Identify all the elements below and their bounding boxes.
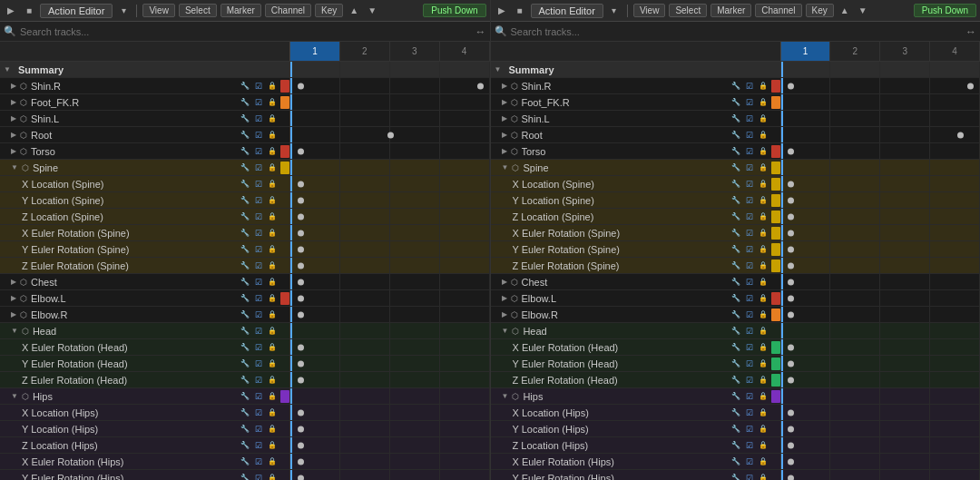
key-btn[interactable]: Key: [315, 4, 343, 17]
view-btn[interactable]: View: [142, 4, 175, 17]
key-btn[interactable]: Key: [806, 4, 834, 17]
visibility-check[interactable]: ☑: [743, 439, 756, 452]
wrench-icon[interactable]: 🔧: [730, 227, 742, 240]
lock-icon[interactable]: 🔒: [266, 194, 279, 207]
expand-arrow[interactable]: ▼: [11, 392, 18, 400]
expand-arrow[interactable]: ▶: [11, 310, 16, 318]
wrench-icon[interactable]: 🔧: [730, 325, 742, 338]
wrench-icon[interactable]: 🔧: [730, 309, 742, 321]
wrench-icon[interactable]: 🔧: [239, 113, 251, 125]
lock-icon[interactable]: 🔒: [757, 358, 769, 370]
expand-arrow[interactable]: ▶: [11, 82, 16, 90]
lock-icon[interactable]: 🔒: [757, 439, 769, 452]
visibility-check[interactable]: ☑: [743, 211, 756, 223]
select-btn[interactable]: Select: [669, 4, 707, 17]
visibility-check[interactable]: ☑: [252, 243, 265, 256]
marker-btn[interactable]: Marker: [710, 4, 751, 17]
wrench-icon[interactable]: 🔧: [730, 194, 742, 207]
expand-arrow[interactable]: ▶: [11, 114, 16, 122]
visibility-check[interactable]: ☑: [743, 260, 756, 272]
expand-arrow[interactable]: ▼: [502, 327, 509, 335]
lock-icon[interactable]: 🔒: [757, 162, 769, 174]
visibility-check[interactable]: ☑: [252, 309, 265, 321]
lock-icon[interactable]: 🔒: [266, 390, 279, 403]
visibility-check[interactable]: ☑: [252, 456, 265, 468]
visibility-check[interactable]: ☑: [252, 439, 265, 452]
lock-icon[interactable]: 🔒: [757, 374, 769, 387]
lock-icon[interactable]: 🔒: [266, 325, 279, 338]
wrench-icon[interactable]: 🔧: [730, 96, 742, 109]
wrench-icon[interactable]: 🔧: [730, 178, 742, 191]
lock-icon[interactable]: 🔒: [757, 309, 769, 321]
wrench-icon[interactable]: 🔧: [730, 113, 742, 125]
wrench-icon[interactable]: 🔧: [239, 423, 251, 436]
visibility-check[interactable]: ☑: [743, 178, 756, 191]
wrench-icon[interactable]: 🔧: [730, 341, 742, 354]
visibility-check[interactable]: ☑: [252, 178, 265, 191]
visibility-check[interactable]: ☑: [743, 145, 756, 158]
wrench-icon[interactable]: 🔧: [730, 472, 742, 481]
key-down-icon[interactable]: ▼: [856, 4, 870, 18]
lock-icon[interactable]: 🔒: [266, 162, 279, 174]
lock-icon[interactable]: 🔒: [266, 243, 279, 256]
expand-arrow[interactable]: ▶: [11, 278, 16, 286]
visibility-check[interactable]: ☑: [743, 96, 756, 109]
wrench-icon[interactable]: 🔧: [239, 194, 251, 207]
wrench-icon[interactable]: 🔧: [730, 211, 742, 223]
lock-icon[interactable]: 🔒: [757, 145, 769, 158]
wrench-icon[interactable]: 🔧: [730, 456, 742, 468]
visibility-check[interactable]: ☑: [743, 80, 756, 93]
lock-icon[interactable]: 🔒: [266, 374, 279, 387]
wrench-icon[interactable]: 🔧: [239, 145, 251, 158]
select-btn[interactable]: Select: [179, 4, 217, 17]
lock-icon[interactable]: 🔒: [757, 276, 769, 289]
timeline-col-1[interactable]: 1: [781, 42, 831, 61]
wrench-icon[interactable]: 🔧: [730, 162, 742, 174]
lock-icon[interactable]: 🔒: [757, 407, 769, 419]
lock-icon[interactable]: 🔒: [266, 178, 279, 191]
wrench-icon[interactable]: 🔧: [239, 162, 251, 174]
visibility-check[interactable]: ☑: [252, 129, 265, 142]
visibility-check[interactable]: ☑: [743, 456, 756, 468]
visibility-check[interactable]: ☑: [252, 145, 265, 158]
timeline-col-4[interactable]: 4: [440, 42, 490, 61]
wrench-icon[interactable]: 🔧: [730, 358, 742, 370]
lock-icon[interactable]: 🔒: [266, 113, 279, 125]
expand-arrow[interactable]: ▼: [502, 392, 509, 400]
wrench-icon[interactable]: 🔧: [730, 145, 742, 158]
visibility-check[interactable]: ☑: [743, 423, 756, 436]
lock-icon[interactable]: 🔒: [757, 472, 769, 481]
expand-arrow[interactable]: ▶: [11, 294, 16, 302]
lock-icon[interactable]: 🔒: [266, 129, 279, 142]
visibility-check[interactable]: ☑: [743, 162, 756, 174]
lock-icon[interactable]: 🔒: [266, 276, 279, 289]
visibility-check[interactable]: ☑: [252, 96, 265, 109]
expand-arrow[interactable]: ▼: [11, 327, 18, 335]
wrench-icon[interactable]: 🔧: [239, 374, 251, 387]
visibility-check[interactable]: ☑: [252, 390, 265, 403]
visibility-check[interactable]: ☑: [743, 243, 756, 256]
wrench-icon[interactable]: 🔧: [730, 390, 742, 403]
wrench-icon[interactable]: 🔧: [730, 423, 742, 436]
key-down-icon[interactable]: ▼: [365, 4, 379, 18]
timeline-col-2[interactable]: 2: [830, 42, 880, 61]
lock-icon[interactable]: 🔒: [266, 96, 279, 109]
channel-btn[interactable]: Channel: [265, 4, 311, 17]
visibility-check[interactable]: ☑: [252, 341, 265, 354]
visibility-check[interactable]: ☑: [252, 325, 265, 338]
visibility-check[interactable]: ☑: [252, 472, 265, 481]
visibility-check[interactable]: ☑: [743, 129, 756, 142]
lock-icon[interactable]: 🔒: [266, 145, 279, 158]
lock-icon[interactable]: 🔒: [757, 211, 769, 223]
lock-icon[interactable]: 🔒: [757, 96, 769, 109]
wrench-icon[interactable]: 🔧: [239, 292, 251, 305]
wrench-icon[interactable]: 🔧: [239, 96, 251, 109]
lock-icon[interactable]: 🔒: [757, 113, 769, 125]
visibility-check[interactable]: ☑: [252, 260, 265, 272]
view-btn[interactable]: View: [633, 4, 666, 17]
visibility-check[interactable]: ☑: [252, 162, 265, 174]
arrow-icon[interactable]: ↔: [475, 25, 486, 38]
expand-arrow[interactable]: ▶: [502, 114, 507, 122]
wrench-icon[interactable]: 🔧: [239, 439, 251, 452]
wrench-icon[interactable]: 🔧: [239, 456, 251, 468]
